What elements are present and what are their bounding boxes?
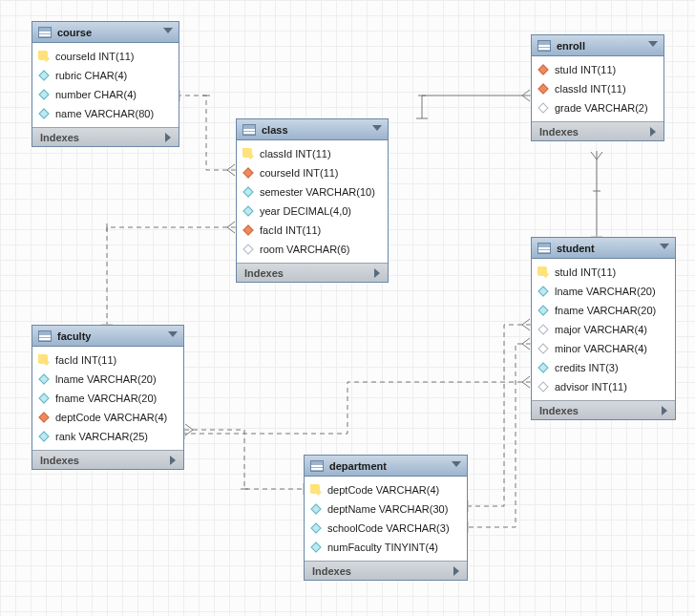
entity-class[interactable]: classclassId INT(11)courseId INT(11)seme… <box>236 118 389 283</box>
column-row[interactable]: lname VARCHAR(20) <box>532 282 675 301</box>
column-label: facId INT(11) <box>260 224 321 236</box>
column-label: courseId INT(11) <box>55 51 135 62</box>
column-row[interactable]: stuId INT(11) <box>532 263 675 282</box>
column-row[interactable]: grade VARCHAR(2) <box>532 98 663 117</box>
chevron-right-icon[interactable] <box>374 268 380 278</box>
chevron-right-icon[interactable] <box>165 133 171 142</box>
entity-header-course[interactable]: course <box>32 22 179 43</box>
foreign-key-icon <box>537 83 548 94</box>
column-row[interactable]: deptCode VARCHAR(4) <box>305 480 467 499</box>
indexes-section[interactable]: Indexes <box>32 450 183 469</box>
column-label: deptCode VARCHAR(4) <box>327 484 439 496</box>
column-row[interactable]: major VARCHAR(4) <box>532 320 675 339</box>
entity-title: department <box>329 460 387 472</box>
column-label: lname VARCHAR(20) <box>55 373 157 385</box>
column-row[interactable]: credits INT(3) <box>532 358 675 377</box>
indexes-label: Indexes <box>539 405 579 416</box>
entity-title: student <box>557 243 595 254</box>
indexes-section[interactable]: Indexes <box>305 561 467 580</box>
table-icon <box>38 330 52 342</box>
column-row[interactable]: semester VARCHAR(10) <box>237 182 388 202</box>
column-row[interactable]: deptName VARCHAR(30) <box>305 499 467 519</box>
indexes-label: Indexes <box>40 132 79 143</box>
column-row[interactable]: courseId INT(11) <box>32 47 179 66</box>
column-row[interactable]: room VARCHAR(6) <box>237 240 388 259</box>
indexes-label: Indexes <box>40 455 79 466</box>
column-icon <box>310 503 321 514</box>
column-label: rubric CHAR(4) <box>55 70 127 81</box>
indexes-section[interactable]: Indexes <box>32 127 179 146</box>
chevron-down-icon[interactable] <box>372 125 382 131</box>
column-row[interactable]: schoolCode VARCHAR(3) <box>305 519 467 538</box>
column-icon <box>242 186 253 197</box>
nullable-icon <box>537 381 548 392</box>
columns-list: stuId INT(11)classId INT(11)grade VARCHA… <box>532 56 663 121</box>
column-row[interactable]: minor VARCHAR(4) <box>532 339 675 358</box>
indexes-section[interactable]: Indexes <box>532 121 663 140</box>
columns-list: courseId INT(11)rubric CHAR(4)number CHA… <box>32 43 179 127</box>
entity-student[interactable]: studentstuId INT(11)lname VARCHAR(20)fna… <box>531 237 676 420</box>
column-row[interactable]: rank VARCHAR(25) <box>32 427 183 446</box>
entity-header-faculty[interactable]: faculty <box>32 326 183 347</box>
chevron-down-icon[interactable] <box>168 331 178 337</box>
column-row[interactable]: rubric CHAR(4) <box>32 66 179 85</box>
entity-faculty[interactable]: facultyfacId INT(11)lname VARCHAR(20)fna… <box>32 325 184 470</box>
column-row[interactable]: lname VARCHAR(20) <box>32 370 183 389</box>
chevron-right-icon[interactable] <box>453 566 459 576</box>
column-row[interactable]: numFaculty TINYINT(4) <box>305 538 467 557</box>
entity-header-department[interactable]: department <box>305 456 467 477</box>
column-label: classId INT(11) <box>260 148 331 159</box>
entity-course[interactable]: coursecourseId INT(11)rubric CHAR(4)numb… <box>32 21 179 147</box>
column-row[interactable]: facId INT(11) <box>32 350 183 370</box>
entity-enroll[interactable]: enrollstuId INT(11)classId INT(11)grade … <box>531 34 664 141</box>
chevron-down-icon[interactable] <box>452 461 461 467</box>
column-label: numFaculty TINYINT(4) <box>327 542 438 553</box>
column-row[interactable]: name VARCHAR(80) <box>32 104 179 123</box>
column-label: year DECIMAL(4,0) <box>260 205 351 217</box>
column-label: classId INT(11) <box>555 83 626 95</box>
column-icon <box>537 362 548 372</box>
chevron-down-icon[interactable] <box>660 244 669 249</box>
indexes-section[interactable]: Indexes <box>237 263 388 282</box>
column-label: name VARCHAR(80) <box>55 108 154 119</box>
entity-department[interactable]: departmentdeptCode VARCHAR(4)deptName VA… <box>304 455 468 581</box>
column-icon <box>38 373 49 384</box>
foreign-key-icon <box>242 167 253 178</box>
nullable-icon <box>537 324 548 334</box>
column-icon <box>537 305 548 315</box>
column-row[interactable]: year DECIMAL(4,0) <box>237 202 388 221</box>
column-icon <box>537 286 548 296</box>
chevron-down-icon[interactable] <box>648 41 658 47</box>
column-row[interactable]: facId INT(11) <box>237 221 388 240</box>
table-icon <box>38 27 52 38</box>
column-row[interactable]: courseId INT(11) <box>237 163 388 182</box>
columns-list: facId INT(11)lname VARCHAR(20)fname VARC… <box>32 347 183 450</box>
chevron-down-icon[interactable] <box>163 28 173 33</box>
indexes-label: Indexes <box>312 565 351 577</box>
column-label: fname VARCHAR(20) <box>55 393 157 404</box>
column-label: stuId INT(11) <box>555 266 616 278</box>
column-row[interactable]: fname VARCHAR(20) <box>532 301 675 320</box>
entity-header-student[interactable]: student <box>532 238 675 259</box>
column-row[interactable]: advisor INT(11) <box>532 377 675 396</box>
chevron-right-icon[interactable] <box>170 456 176 465</box>
column-row[interactable]: classId INT(11) <box>237 144 388 163</box>
column-icon <box>310 522 321 533</box>
chevron-right-icon[interactable] <box>662 406 667 415</box>
indexes-section[interactable]: Indexes <box>532 400 675 419</box>
entity-header-enroll[interactable]: enroll <box>532 35 663 56</box>
entity-title: enroll <box>557 40 585 52</box>
nullable-icon <box>242 244 253 254</box>
column-icon <box>38 70 49 80</box>
column-label: major VARCHAR(4) <box>555 324 647 335</box>
entity-title: course <box>57 27 92 38</box>
entity-header-class[interactable]: class <box>237 119 388 140</box>
column-row[interactable]: stuId INT(11) <box>532 60 663 79</box>
column-row[interactable]: number CHAR(4) <box>32 85 179 104</box>
column-row[interactable]: classId INT(11) <box>532 79 663 98</box>
column-label: deptCode VARCHAR(4) <box>55 412 167 423</box>
column-row[interactable]: fname VARCHAR(20) <box>32 389 183 408</box>
column-row[interactable]: deptCode VARCHAR(4) <box>32 408 183 427</box>
chevron-right-icon[interactable] <box>650 127 656 137</box>
primary-key-icon <box>310 484 322 496</box>
